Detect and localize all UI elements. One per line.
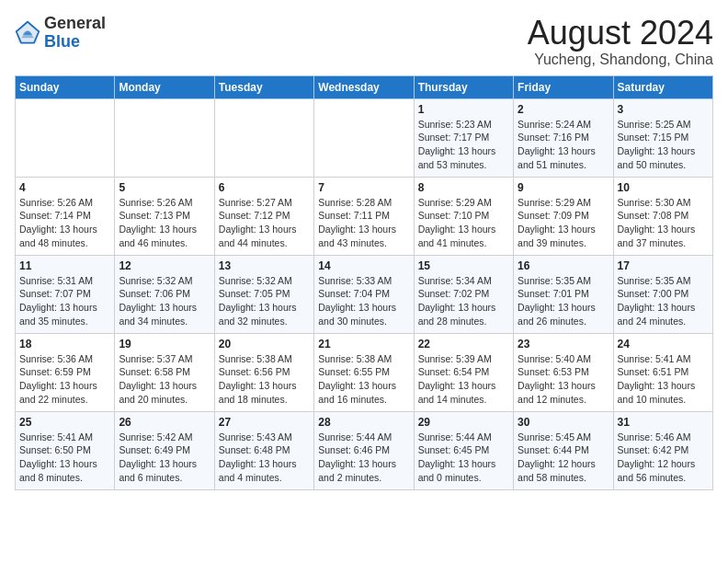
calendar-cell: 30Sunrise: 5:45 AM Sunset: 6:44 PM Dayli… [514, 411, 613, 489]
day-number: 4 [19, 181, 110, 194]
location-subtitle: Yucheng, Shandong, China [528, 52, 713, 68]
day-info: Sunrise: 5:42 AM Sunset: 6:49 PM Dayligh… [119, 431, 210, 485]
day-info: Sunrise: 5:26 AM Sunset: 7:14 PM Dayligh… [19, 196, 110, 250]
logo: General Blue [15, 15, 106, 52]
day-number: 15 [418, 259, 509, 272]
day-info: Sunrise: 5:38 AM Sunset: 6:56 PM Dayligh… [219, 352, 310, 407]
calendar-cell: 4Sunrise: 5:26 AM Sunset: 7:14 PM Daylig… [16, 177, 115, 255]
day-info: Sunrise: 5:41 AM Sunset: 6:51 PM Dayligh… [618, 352, 709, 407]
day-info: Sunrise: 5:39 AM Sunset: 6:54 PM Dayligh… [418, 352, 509, 407]
calendar-cell: 22Sunrise: 5:39 AM Sunset: 6:54 PM Dayli… [414, 333, 513, 411]
day-info: Sunrise: 5:38 AM Sunset: 6:55 PM Dayligh… [318, 352, 409, 407]
day-info: Sunrise: 5:41 AM Sunset: 6:50 PM Dayligh… [19, 431, 110, 485]
day-number: 27 [219, 416, 310, 429]
calendar-week-row: 11Sunrise: 5:31 AM Sunset: 7:07 PM Dayli… [16, 255, 713, 333]
day-number: 3 [618, 103, 709, 116]
page-header: General Blue August 2024 Yucheng, Shando… [15, 15, 713, 68]
day-number: 7 [318, 181, 409, 194]
calendar-cell: 21Sunrise: 5:38 AM Sunset: 6:55 PM Dayli… [314, 333, 414, 411]
day-number: 21 [318, 338, 409, 350]
calendar-cell: 9Sunrise: 5:29 AM Sunset: 7:09 PM Daylig… [514, 177, 613, 255]
day-info: Sunrise: 5:30 AM Sunset: 7:08 PM Dayligh… [618, 196, 709, 250]
day-info: Sunrise: 5:44 AM Sunset: 6:45 PM Dayligh… [418, 431, 509, 485]
day-number: 8 [418, 181, 509, 194]
calendar-cell: 24Sunrise: 5:41 AM Sunset: 6:51 PM Dayli… [613, 333, 712, 411]
weekday-header-tuesday: Tuesday [214, 75, 313, 98]
day-info: Sunrise: 5:37 AM Sunset: 6:58 PM Dayligh… [119, 352, 210, 407]
day-number: 20 [219, 338, 310, 350]
day-number: 23 [518, 338, 609, 350]
calendar-cell: 2Sunrise: 5:24 AM Sunset: 7:16 PM Daylig… [514, 98, 613, 177]
calendar-cell: 11Sunrise: 5:31 AM Sunset: 7:07 PM Dayli… [16, 255, 115, 333]
logo-icon [15, 20, 40, 46]
calendar-cell: 31Sunrise: 5:46 AM Sunset: 6:42 PM Dayli… [613, 411, 712, 489]
weekday-header-wednesday: Wednesday [314, 75, 414, 98]
day-info: Sunrise: 5:40 AM Sunset: 6:53 PM Dayligh… [518, 352, 609, 407]
day-number: 25 [19, 416, 110, 429]
calendar-cell [115, 98, 214, 177]
day-number: 1 [418, 103, 509, 116]
day-number: 6 [219, 181, 310, 194]
weekday-header-sunday: Sunday [16, 75, 115, 98]
day-info: Sunrise: 5:23 AM Sunset: 7:17 PM Dayligh… [418, 118, 509, 172]
weekday-header-thursday: Thursday [414, 75, 513, 98]
day-info: Sunrise: 5:32 AM Sunset: 7:05 PM Dayligh… [219, 274, 310, 328]
day-info: Sunrise: 5:46 AM Sunset: 6:42 PM Dayligh… [618, 431, 709, 485]
day-number: 24 [618, 338, 709, 350]
calendar-cell: 8Sunrise: 5:29 AM Sunset: 7:10 PM Daylig… [414, 177, 513, 255]
calendar-cell: 7Sunrise: 5:28 AM Sunset: 7:11 PM Daylig… [314, 177, 414, 255]
day-info: Sunrise: 5:44 AM Sunset: 6:46 PM Dayligh… [318, 431, 409, 485]
day-number: 9 [518, 181, 609, 194]
day-info: Sunrise: 5:43 AM Sunset: 6:48 PM Dayligh… [219, 431, 310, 485]
day-number: 17 [618, 259, 709, 272]
day-number: 13 [219, 259, 310, 272]
calendar-cell: 1Sunrise: 5:23 AM Sunset: 7:17 PM Daylig… [414, 98, 513, 177]
calendar-week-row: 18Sunrise: 5:36 AM Sunset: 6:59 PM Dayli… [16, 333, 713, 411]
calendar-cell: 15Sunrise: 5:34 AM Sunset: 7:02 PM Dayli… [414, 255, 513, 333]
day-info: Sunrise: 5:33 AM Sunset: 7:04 PM Dayligh… [318, 274, 409, 328]
calendar-cell: 6Sunrise: 5:27 AM Sunset: 7:12 PM Daylig… [214, 177, 313, 255]
day-info: Sunrise: 5:32 AM Sunset: 7:06 PM Dayligh… [119, 274, 210, 328]
day-number: 31 [618, 416, 709, 429]
day-number: 29 [418, 416, 509, 429]
calendar-table: SundayMondayTuesdayWednesdayThursdayFrid… [15, 75, 713, 490]
month-year-title: August 2024 [528, 15, 713, 52]
calendar-cell: 14Sunrise: 5:33 AM Sunset: 7:04 PM Dayli… [314, 255, 414, 333]
calendar-cell: 10Sunrise: 5:30 AM Sunset: 7:08 PM Dayli… [613, 177, 712, 255]
day-info: Sunrise: 5:36 AM Sunset: 6:59 PM Dayligh… [19, 352, 110, 407]
day-number: 16 [518, 259, 609, 272]
day-info: Sunrise: 5:35 AM Sunset: 7:01 PM Dayligh… [518, 274, 609, 328]
day-info: Sunrise: 5:26 AM Sunset: 7:13 PM Dayligh… [119, 196, 210, 250]
calendar-cell: 17Sunrise: 5:35 AM Sunset: 7:00 PM Dayli… [613, 255, 712, 333]
title-block: August 2024 Yucheng, Shandong, China [528, 15, 713, 68]
day-number: 11 [19, 259, 110, 272]
day-number: 10 [618, 181, 709, 194]
weekday-header-saturday: Saturday [613, 75, 712, 98]
calendar-week-row: 4Sunrise: 5:26 AM Sunset: 7:14 PM Daylig… [16, 177, 713, 255]
day-number: 30 [518, 416, 609, 429]
logo-general-text: General [44, 15, 106, 33]
calendar-cell: 13Sunrise: 5:32 AM Sunset: 7:05 PM Dayli… [214, 255, 313, 333]
calendar-cell: 16Sunrise: 5:35 AM Sunset: 7:01 PM Dayli… [514, 255, 613, 333]
weekday-header-row: SundayMondayTuesdayWednesdayThursdayFrid… [16, 75, 713, 98]
day-number: 5 [119, 181, 210, 194]
day-info: Sunrise: 5:25 AM Sunset: 7:15 PM Dayligh… [618, 118, 709, 172]
calendar-cell: 25Sunrise: 5:41 AM Sunset: 6:50 PM Dayli… [16, 411, 115, 489]
day-info: Sunrise: 5:24 AM Sunset: 7:16 PM Dayligh… [518, 118, 609, 172]
day-number: 19 [119, 338, 210, 350]
logo-blue-text: Blue [44, 33, 106, 52]
calendar-cell: 19Sunrise: 5:37 AM Sunset: 6:58 PM Dayli… [115, 333, 214, 411]
calendar-cell: 12Sunrise: 5:32 AM Sunset: 7:06 PM Dayli… [115, 255, 214, 333]
calendar-cell: 20Sunrise: 5:38 AM Sunset: 6:56 PM Dayli… [214, 333, 313, 411]
calendar-cell: 27Sunrise: 5:43 AM Sunset: 6:48 PM Dayli… [214, 411, 313, 489]
calendar-cell: 18Sunrise: 5:36 AM Sunset: 6:59 PM Dayli… [16, 333, 115, 411]
calendar-cell: 3Sunrise: 5:25 AM Sunset: 7:15 PM Daylig… [613, 98, 712, 177]
calendar-cell [314, 98, 414, 177]
calendar-cell: 23Sunrise: 5:40 AM Sunset: 6:53 PM Dayli… [514, 333, 613, 411]
calendar-week-row: 25Sunrise: 5:41 AM Sunset: 6:50 PM Dayli… [16, 411, 713, 489]
calendar-cell: 26Sunrise: 5:42 AM Sunset: 6:49 PM Dayli… [115, 411, 214, 489]
calendar-cell [16, 98, 115, 177]
day-info: Sunrise: 5:45 AM Sunset: 6:44 PM Dayligh… [518, 431, 609, 485]
day-number: 28 [318, 416, 409, 429]
calendar-cell: 5Sunrise: 5:26 AM Sunset: 7:13 PM Daylig… [115, 177, 214, 255]
